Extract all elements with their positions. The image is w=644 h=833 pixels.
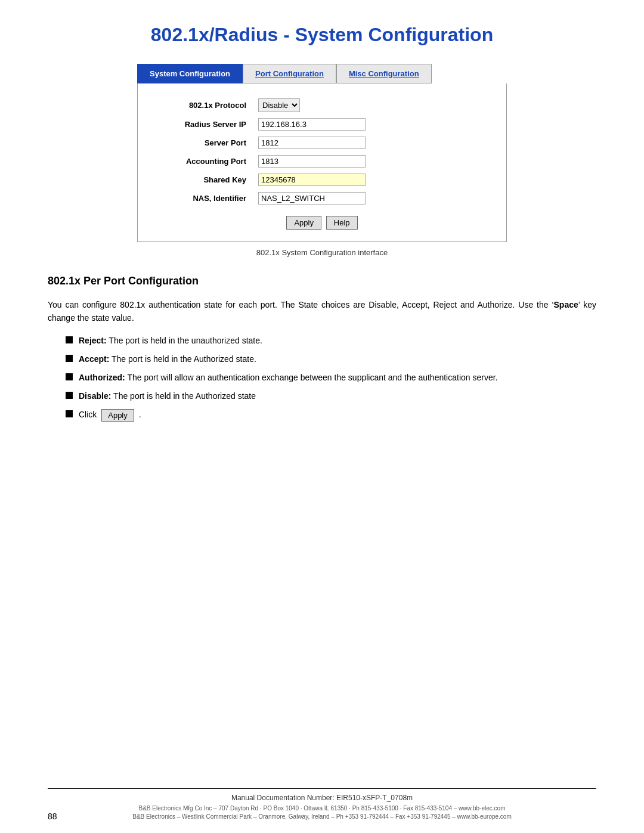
bullet-text-authorized: Authorized: The port will allow an authe… [79,371,596,384]
footer-address-1: B&B Electronics Mfg Co Inc – 707 Dayton … [48,804,596,813]
label-shared-key: Shared Key [156,171,251,189]
input-accounting-port[interactable] [258,155,366,168]
tab-misc-configuration[interactable]: Misc Configuration [336,64,432,83]
apply-button[interactable]: Apply [286,216,321,230]
bold-accept: Accept: [79,354,109,364]
list-item-reject: Reject: The port is held in the unauthor… [66,335,596,347]
form-button-row: Apply Help [156,216,488,230]
figure-caption: 802.1x System Configuration interface [48,248,596,257]
form-row-server-port: Server Port [156,134,488,152]
bullet-text-disable: Disable: The port is held in the Authori… [79,390,596,402]
inline-apply-button[interactable]: Apply [101,409,134,422]
input-radius-ip[interactable] [258,118,366,131]
form-row-accounting-port: Accounting Port [156,152,488,171]
tab-port-configuration[interactable]: Port Configuration [243,64,336,83]
list-item-click: Click Apply . [66,408,596,422]
page-number: 88 [48,812,57,821]
config-panel: 802.1x Protocol Disable Enable Radius Se… [137,83,507,242]
footer-content: Manual Documentation Number: EIR510-xSFP… [48,794,596,821]
label-server-port: Server Port [156,134,251,152]
bullet-icon-click [66,410,73,417]
form-row-shared-key: Shared Key [156,171,488,189]
help-button[interactable]: Help [326,216,358,230]
list-item-accept: Accept: The port is held in the Authoriz… [66,353,596,366]
list-item-authorized: Authorized: The port will allow an authe… [66,371,596,384]
bullet-icon-reject [66,336,73,343]
footer-doc-number: Manual Documentation Number: EIR510-xSFP… [48,794,596,802]
bold-authorized: Authorized: [79,373,125,382]
page-container: 802.1x/Radius - System Configuration Sys… [0,0,644,833]
form-row-protocol: 802.1x Protocol Disable Enable [156,95,488,115]
list-item-disable: Disable: The port is held in the Authori… [66,390,596,402]
footer: 88 Manual Documentation Number: EIR510-x… [48,788,596,821]
config-form-table: 802.1x Protocol Disable Enable Radius Se… [156,95,488,208]
footer-address-2: B&B Electronics – Westlink Commercial Pa… [48,813,596,821]
bullet-icon-disable [66,392,73,399]
section-heading: 802.1x Per Port Configuration [48,275,596,287]
page-title: 802.1x/Radius - System Configuration [48,24,596,46]
label-accounting-port: Accounting Port [156,152,251,171]
tab-nav: System Configuration Port Configuration … [137,64,507,83]
bullet-icon-authorized [66,373,73,380]
body-paragraph: You can configure 802.1x authentication … [48,298,596,325]
select-protocol[interactable]: Disable Enable [258,98,300,112]
input-shared-key[interactable] [258,174,366,186]
bullet-text-click: Click Apply . [79,408,596,422]
input-server-port[interactable] [258,137,366,149]
label-protocol: 802.1x Protocol [156,95,251,115]
bullet-list: Reject: The port is held in the unauthor… [66,335,596,422]
form-row-radius-ip: Radius Server IP [156,115,488,134]
tab-system-configuration[interactable]: System Configuration [137,64,243,83]
bullet-text-accept: Accept: The port is held in the Authoriz… [79,353,596,366]
label-nas-identifier: NAS, Identifier [156,189,251,208]
bold-space: Space [554,300,578,309]
label-radius-ip: Radius Server IP [156,115,251,134]
bullet-icon-accept [66,355,73,362]
bold-disable: Disable: [79,391,111,401]
input-nas-identifier[interactable] [258,192,366,205]
form-row-nas-identifier: NAS, Identifier [156,189,488,208]
bold-reject: Reject: [79,336,107,345]
bullet-text-reject: Reject: The port is held in the unauthor… [79,335,596,347]
